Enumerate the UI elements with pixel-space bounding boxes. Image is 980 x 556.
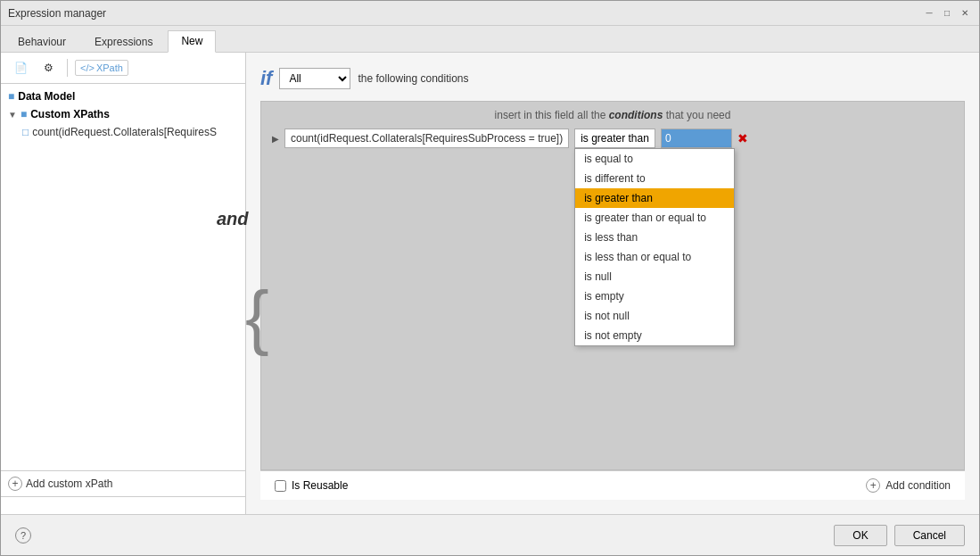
that-you-need-text: that you need	[666, 109, 731, 121]
comparator-option-less-equal[interactable]: is less than or equal to	[575, 247, 734, 267]
is-reusable-label[interactable]: Is Reusable	[275, 479, 348, 492]
and-label: and	[217, 209, 249, 229]
expand-arrow-icon: ▼	[8, 110, 17, 120]
bottom-bar: Is Reusable + Add condition	[260, 470, 965, 500]
xpath-label: XPath	[96, 62, 123, 73]
comparator-option-not-null[interactable]: is not null	[575, 306, 734, 326]
tab-expressions[interactable]: Expressions	[81, 31, 166, 52]
comparator-select-display[interactable]: is greater than	[574, 129, 655, 148]
comparator-option-empty[interactable]: is empty	[575, 286, 734, 306]
comparator-option-greater[interactable]: is greater than	[575, 188, 734, 208]
expression-text: count(idRequest.Collaterals[RequiresSubP…	[291, 132, 563, 145]
close-button[interactable]: ✕	[958, 6, 972, 21]
conditions-highlight: conditions	[609, 109, 663, 121]
comparator-option-greater-equal[interactable]: is greater than or equal to	[575, 208, 734, 228]
comparator-option-less[interactable]: is less than	[575, 228, 734, 247]
main-area: 📄 ⚙ </> XPath ■ Data Model	[1, 53, 979, 514]
is-reusable-checkbox[interactable]	[275, 480, 286, 492]
delete-condition-button[interactable]: ✖	[737, 131, 748, 145]
toolbar-separator	[67, 59, 68, 77]
xpath-icon: </>	[80, 62, 95, 73]
footer: ? OK Cancel	[1, 514, 979, 555]
tab-behaviour[interactable]: Behaviour	[4, 31, 79, 52]
value-input[interactable]	[661, 129, 732, 148]
left-toolbar: 📄 ⚙ </> XPath	[1, 53, 245, 84]
all-dropdown[interactable]: All Any None	[279, 68, 350, 89]
comparator-menu: is equal to is different to is greater t…	[574, 148, 735, 346]
add-custom-xpath-circle-icon: +	[8, 477, 22, 491]
tree-section-custom-xpaths[interactable]: ▼ ■ Custom XPaths	[1, 105, 245, 123]
custom-xpaths-label: Custom XPaths	[30, 108, 110, 120]
window-controls: ─ □ ✕	[922, 6, 972, 21]
comparator-option-not-empty[interactable]: is not empty	[575, 326, 734, 345]
add-condition-label: Add condition	[885, 479, 951, 492]
data-model-label: Data Model	[18, 90, 75, 103]
expression-manager-window: Expression manager ─ □ ✕ Behaviour Expre…	[0, 0, 980, 556]
gear-icon: ⚙	[44, 62, 54, 74]
add-custom-xpath-label: Add custom xPath	[26, 477, 112, 490]
left-footer: + Add custom xPath	[1, 470, 245, 496]
minimize-button[interactable]: ─	[922, 6, 936, 21]
xpath-item-0[interactable]: □ count(idRequest.Collaterals[RequiresS	[15, 123, 245, 141]
following-text: the following conditions	[358, 72, 468, 85]
tree-children-xpaths: □ count(idRequest.Collaterals[RequiresS	[1, 123, 245, 141]
xpath-item-icon: □	[22, 126, 29, 138]
insert-hint-text: insert in this field all the	[495, 109, 606, 121]
maximize-button[interactable]: □	[940, 6, 954, 21]
condition-header: if All Any None the following conditions	[260, 67, 965, 90]
window-title: Expression manager	[8, 7, 106, 20]
footer-right: OK Cancel	[834, 525, 965, 546]
tree-section-data-model[interactable]: ■ Data Model	[1, 87, 245, 105]
condition-expression: count(idRequest.Collaterals[RequiresSubP…	[284, 129, 569, 148]
tab-new[interactable]: New	[168, 30, 216, 53]
comparator-value: is greater than	[581, 132, 649, 145]
right-panel: if All Any None the following conditions…	[246, 53, 979, 514]
xpath-item-label: count(idRequest.Collaterals[RequiresS	[32, 126, 217, 138]
tree-area: ■ Data Model ▼ ■ Custom XPaths □ count(i…	[1, 84, 245, 470]
conditions-box: insert in this field all the conditions …	[260, 101, 965, 470]
doc-icon-button[interactable]: 📄	[8, 58, 34, 78]
title-bar: Expression manager ─ □ ✕	[1, 1, 979, 26]
document-icon: 📄	[14, 62, 28, 74]
gear-icon-button[interactable]: ⚙	[37, 58, 60, 78]
if-label: if	[260, 67, 272, 90]
comparator-option-equal[interactable]: is equal to	[575, 149, 734, 169]
left-panel: 📄 ⚙ </> XPath ■ Data Model	[1, 53, 246, 514]
add-custom-xpath-button[interactable]: + Add custom xPath	[8, 477, 112, 491]
xpath-button[interactable]: </> XPath	[75, 60, 128, 76]
is-reusable-text: Is Reusable	[292, 479, 348, 492]
insert-hint: insert in this field all the conditions …	[272, 109, 953, 121]
expand-triangle-icon[interactable]: ▶	[272, 134, 279, 144]
comparator-option-different[interactable]: is different to	[575, 169, 734, 188]
add-condition-button[interactable]: + Add condition	[866, 478, 951, 493]
comparator-option-null[interactable]: is null	[575, 267, 734, 286]
ok-button[interactable]: OK	[834, 525, 886, 546]
cancel-button[interactable]: Cancel	[894, 525, 965, 546]
tree-section-icon: ■	[8, 90, 14, 103]
add-condition-circle-icon: +	[866, 478, 880, 493]
custom-xpaths-icon: ■	[21, 108, 27, 120]
brace-icon: {	[245, 173, 269, 461]
condition-row-0: ▶ count(idRequest.Collaterals[RequiresSu…	[272, 129, 953, 148]
conditions-outer: insert in this field all the conditions …	[260, 101, 965, 500]
help-icon[interactable]: ?	[15, 527, 31, 544]
footer-left: ?	[15, 527, 31, 544]
comparator-dropdown[interactable]: is greater than is equal to is different…	[574, 129, 655, 148]
tab-bar: Behaviour Expressions New	[1, 26, 979, 53]
left-scrollbar[interactable]	[1, 496, 245, 514]
